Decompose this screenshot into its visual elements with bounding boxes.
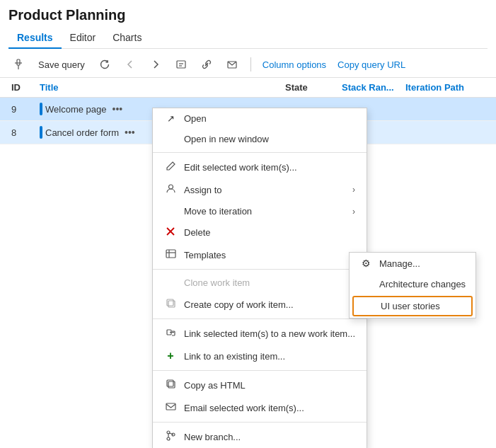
ctx-link-new[interactable]: Link selected item(s) to a new work item… xyxy=(153,322,367,345)
create-copy-icon xyxy=(164,298,177,311)
cell-id: 9 xyxy=(8,100,37,119)
page-title: Product Planning xyxy=(8,7,488,23)
sub-manage[interactable]: ⚙ Manage... xyxy=(350,253,475,274)
refresh-button[interactable] xyxy=(95,56,115,73)
ctx-edit[interactable]: Edit selected work item(s)... xyxy=(153,156,367,178)
email-icon xyxy=(226,59,238,70)
page-header: Product Planning Results Editor Charts xyxy=(0,0,496,52)
svg-rect-17 xyxy=(168,381,175,388)
svg-rect-3 xyxy=(177,61,185,68)
assign-to-icon xyxy=(164,183,177,196)
templates-submenu: ⚙ Manage... Architecture changes UI user… xyxy=(349,252,476,318)
col-header-state: State xyxy=(282,78,339,97)
svg-rect-14 xyxy=(167,299,173,306)
templates-icon xyxy=(164,248,177,261)
email-ctx-icon xyxy=(164,401,177,414)
tab-editor[interactable]: Editor xyxy=(62,28,105,49)
ctx-templates[interactable]: Templates › xyxy=(153,243,367,266)
col-header-id: ID xyxy=(8,78,37,97)
col-header-stack: Stack Ran... xyxy=(339,78,403,97)
svg-point-7 xyxy=(168,185,173,189)
back-button[interactable] xyxy=(120,56,140,73)
item-color-bar xyxy=(40,126,42,139)
new-work-item-icon xyxy=(175,59,187,70)
edit-icon xyxy=(164,161,177,173)
sub-architecture-changes[interactable]: Architecture changes xyxy=(350,274,475,294)
ctx-assign-to[interactable]: Assign to › xyxy=(153,178,367,201)
link-icon xyxy=(201,59,212,70)
forward-icon xyxy=(150,59,161,70)
open-icon: ↗ xyxy=(164,113,177,124)
new-work-item-button[interactable] xyxy=(171,56,191,73)
context-menu: ↗ Open Open in new window Edit selected … xyxy=(152,108,367,448)
copy-html-icon xyxy=(164,379,177,391)
link-existing-icon: + xyxy=(164,350,177,362)
svg-rect-19 xyxy=(166,403,175,410)
ctx-separator-5 xyxy=(153,422,367,423)
new-branch-icon xyxy=(164,430,177,443)
tab-charts[interactable]: Charts xyxy=(104,28,150,49)
ctx-create-copy[interactable]: Create copy of work item... xyxy=(153,293,367,316)
item-color-bar xyxy=(40,103,42,115)
ctx-separator-3 xyxy=(153,318,367,319)
ctx-email[interactable]: Email selected work item(s)... xyxy=(153,396,367,419)
ctx-separator-1 xyxy=(153,152,367,153)
row-ellipsis-button[interactable]: ••• xyxy=(122,125,138,139)
link-new-icon xyxy=(164,327,177,340)
cell-id: 8 xyxy=(8,123,37,142)
save-query-button[interactable]: Save query xyxy=(34,57,89,73)
save-query-label: Save query xyxy=(38,59,85,70)
submenu-arrow-move: › xyxy=(352,207,355,217)
col-header-title: Title xyxy=(37,78,282,97)
pin-button[interactable] xyxy=(8,56,28,73)
ctx-open[interactable]: ↗ Open xyxy=(153,108,367,129)
svg-rect-13 xyxy=(168,301,175,307)
svg-rect-10 xyxy=(166,250,175,258)
ctx-link-existing[interactable]: + Link to an existing item... xyxy=(153,345,367,367)
grid-header: ID Title State Stack Ran... Iteration Pa… xyxy=(0,78,496,98)
back-icon xyxy=(125,59,136,70)
cell-iteration xyxy=(403,105,488,113)
svg-point-21 xyxy=(167,437,170,440)
ctx-new-branch[interactable]: New branch... xyxy=(153,425,367,448)
cell-iteration xyxy=(403,128,488,137)
tab-results[interactable]: Results xyxy=(8,28,62,49)
forward-button[interactable] xyxy=(146,56,166,73)
toolbar-separator xyxy=(250,57,251,71)
copy-query-url-link[interactable]: Copy query URL xyxy=(335,57,408,73)
col-header-iteration: Iteration Path xyxy=(403,78,488,97)
link-button[interactable] xyxy=(197,56,217,73)
delete-icon xyxy=(164,226,177,239)
svg-rect-0 xyxy=(17,59,20,65)
ctx-separator-2 xyxy=(153,269,367,270)
toolbar: Save query Column options Copy query URL xyxy=(0,52,496,78)
ctx-copy-html[interactable]: Copy as HTML xyxy=(153,374,367,396)
email-button[interactable] xyxy=(222,56,242,73)
manage-icon: ⚙ xyxy=(359,258,372,269)
row-ellipsis-button[interactable]: ••• xyxy=(109,102,125,116)
ctx-separator-4 xyxy=(153,370,367,371)
pin-icon xyxy=(13,59,24,70)
ctx-move-to-iteration[interactable]: Move to iteration › xyxy=(153,201,367,222)
ctx-open-new-window[interactable]: Open in new window xyxy=(153,129,367,149)
sub-ui-user-stories[interactable]: UI user stories xyxy=(352,296,473,316)
tab-bar: Results Editor Charts xyxy=(8,28,488,49)
submenu-arrow-assign: › xyxy=(352,185,355,195)
column-options-link[interactable]: Column options xyxy=(260,57,329,73)
ctx-clone: Clone work item xyxy=(153,272,367,293)
svg-rect-18 xyxy=(167,380,173,386)
refresh-icon xyxy=(99,59,110,70)
ctx-delete[interactable]: Delete xyxy=(153,222,367,243)
